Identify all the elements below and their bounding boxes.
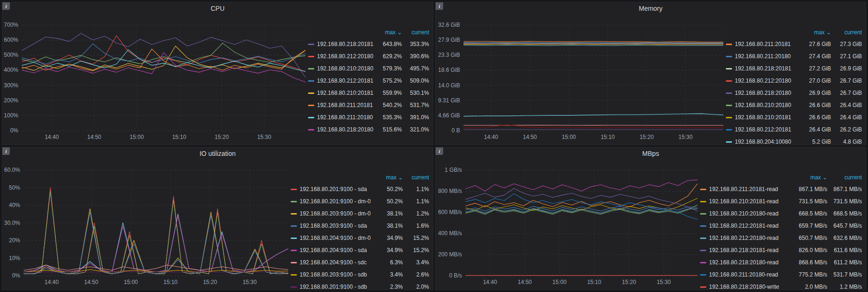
legend-row[interactable]: 192.168.80.218:2018127.2 GiB26.9 GiB <box>726 62 862 75</box>
panel-title[interactable]: IO utilization <box>2 147 433 160</box>
series-name[interactable]: 192.168.80.212:20181 <box>735 126 802 133</box>
legend-row[interactable]: 192.168.80.204:9100 - sdc6.3%3.4% <box>291 256 429 269</box>
legend-row[interactable]: 192.168.80.212:2018027.0 GiB26.7 GiB <box>726 75 862 87</box>
legend-row[interactable]: 192.168.80.218:20180-write2.0 MB/s1.2 MB… <box>700 281 862 290</box>
series-name[interactable]: 192.168.80.210:20181 <box>735 114 802 121</box>
series-name[interactable]: 192.168.80.218:20180 <box>317 126 377 133</box>
legend-row[interactable]: 192.168.80.210:20181559.9%530.1% <box>308 87 429 99</box>
legend-sort-current[interactable]: current <box>403 174 429 181</box>
series-name[interactable]: 192.168.80.218:20180-write <box>709 284 794 290</box>
legend-row[interactable]: 192.168.80.211:2018027.4 GiB27.1 GiB <box>726 50 862 62</box>
series-name[interactable]: 192.168.80.218:20181-read <box>709 247 794 254</box>
legend-row[interactable]: 192.168.80.218:20180-read868.6 MB/s611.2… <box>700 256 862 269</box>
legend-row[interactable]: 192.168.80.212:2018126.4 GiB26.2 GiB <box>726 123 862 136</box>
legend-sort-current[interactable]: current <box>827 174 862 181</box>
series-name[interactable]: 192.168.80.218:20181 <box>735 65 802 72</box>
series-name[interactable]: 192.168.80.210:20180 <box>735 102 802 108</box>
panel-title[interactable]: Memory <box>436 2 866 15</box>
series-name[interactable]: 192.168.80.204:9100 - dm-0 <box>300 235 378 241</box>
series-name[interactable]: 192.168.80.212:20180 <box>735 77 802 84</box>
series-name[interactable]: 192.168.80.212:20180-read <box>709 235 794 241</box>
series-name[interactable]: 192.168.80.203:9100 - dm-0 <box>300 210 378 217</box>
legend-sort-max[interactable]: max ⌄ <box>377 29 402 36</box>
time-series-chart[interactable]: 0 B/s200 MB/s400 MB/s600 MB/s800 MB/s1 G… <box>436 160 700 290</box>
series-current-value: 530.1% <box>402 90 429 96</box>
legend-row[interactable]: 192.168.80.203:9100 - sda38.1%1.6% <box>291 220 429 232</box>
legend-row[interactable]: 192.168.80.218:2018026.9 GiB26.7 GiB <box>726 87 862 99</box>
legend-row[interactable]: 192.168.80.212:20180629.2%390.6% <box>308 50 429 62</box>
legend-row[interactable]: 192.168.80.210:20181-read731.5 MB/s731.5… <box>700 195 862 207</box>
legend-row[interactable]: 192.168.80.211:20180535.3%391.0% <box>308 111 429 123</box>
legend-row[interactable]: 192.168.80.218:20181643.8%353.3% <box>308 38 429 50</box>
legend-sort-max[interactable]: max ⌄ <box>802 29 831 36</box>
panel-info-icon[interactable]: i <box>2 147 10 155</box>
series-name[interactable]: 192.168.80.203:9100 - sdb <box>300 271 378 278</box>
legend-row[interactable]: 192.168.80.201:9100 - dm-050.2%1.1% <box>291 195 429 207</box>
series-name[interactable]: 192.168.80.212:20180 <box>317 53 377 60</box>
legend-sort-current[interactable]: current <box>831 29 862 36</box>
legend-row[interactable]: 192.168.80.201:9100 - sdb2.3%2.0% <box>291 281 429 290</box>
series-name[interactable]: 192.168.80.211:20181-read <box>709 186 794 192</box>
series-name[interactable]: 192.168.80.211:20180 <box>317 114 377 121</box>
legend-row[interactable]: 192.168.80.204:9100 - dm-034.9%15.2% <box>291 232 429 244</box>
series-name[interactable]: 192.168.80.211:20181 <box>735 41 802 47</box>
y-axis-label: 800 MB/s <box>438 188 462 194</box>
panel-title[interactable]: MBps <box>436 147 866 160</box>
y-axis-label: 400 MB/s <box>438 230 462 237</box>
series-name[interactable]: 192.168.80.211:20180-read <box>709 271 794 278</box>
series-name[interactable]: 192.168.80.211:20181 <box>317 102 377 108</box>
legend-row[interactable]: 192.168.80.203:9100 - dm-038.1%1.2% <box>291 207 429 220</box>
panel-info-icon[interactable]: i <box>436 2 443 10</box>
time-series-chart[interactable]: 0%10%20%30.0%40%50%60.0%14:4014:5015:001… <box>2 160 291 290</box>
legend-sort-max[interactable]: max ⌄ <box>378 174 403 181</box>
panel-info-icon[interactable]: i <box>436 147 443 155</box>
legend-row[interactable]: 192.168.80.203:9100 - sdb3.4%2.6% <box>291 269 429 281</box>
legend-sort-max[interactable]: max ⌄ <box>794 174 827 181</box>
series-name[interactable]: 192.168.80.211:20180 <box>735 53 802 60</box>
legend-row[interactable]: 192.168.80.212:20180-read650.7 MB/s632.6… <box>700 232 862 244</box>
series-name[interactable]: 192.168.80.212:20181-read <box>709 223 794 229</box>
legend-row[interactable]: 192.168.80.201:9100 - sda50.2%1.1% <box>291 183 429 195</box>
legend-row[interactable]: 192.168.80.218:20180515.6%321.0% <box>308 123 429 136</box>
legend-row[interactable]: 192.168.80.210:2018126.6 GiB26.4 GiB <box>726 111 862 123</box>
series-name[interactable]: 192.168.80.204:9100 - sdc <box>300 259 378 266</box>
legend-row[interactable]: 192.168.80.218:20181-read826.0 MB/s611.6… <box>700 244 862 256</box>
legend-row[interactable]: 192.168.80.211:2018127.6 GiB27.3 GiB <box>726 38 862 50</box>
legend-row[interactable]: 192.168.80.210:20180-read668.5 MB/s668.5… <box>700 207 862 220</box>
series-name[interactable]: 192.168.80.201:9100 - sda <box>300 186 378 192</box>
chart-canvas[interactable]: 0 B4.66 GiB9.31 GiB14.0 GiB18.6 GiB23.3 … <box>436 15 726 145</box>
chart-canvas[interactable]: 0%10%20%30.0%40%50%60.0%14:4014:5015:001… <box>2 160 291 290</box>
legend-row[interactable]: 192.168.80.210:2018026.6 GiB26.4 GiB <box>726 99 862 111</box>
legend-row[interactable]: 192.168.80.210:20180579.3%495.7% <box>308 62 429 75</box>
series-name[interactable]: 192.168.80.204:10080 <box>735 138 802 145</box>
series-name[interactable]: 192.168.80.210:20180-read <box>709 210 794 217</box>
time-series-chart[interactable]: 0 B4.66 GiB9.31 GiB14.0 GiB18.6 GiB23.3 … <box>436 15 726 145</box>
legend-row[interactable]: 192.168.80.212:20181575.2%509.0% <box>308 75 429 87</box>
legend-row[interactable]: 192.168.80.211:20180-read775.2 MB/s531.7… <box>700 269 862 281</box>
series-name[interactable]: 192.168.80.218:20181 <box>317 41 377 47</box>
legend-row[interactable]: 192.168.80.211:20181-read867.1 MB/s867.1… <box>700 183 862 195</box>
series-name[interactable]: 192.168.80.201:9100 - sdb <box>300 284 378 290</box>
series-current-value: 1.2 MB/s <box>827 284 862 290</box>
series-name[interactable]: 192.168.80.210:20180 <box>317 65 377 72</box>
chart-canvas[interactable]: 0%100%200%300%400%500%600%700%14:4014:50… <box>2 15 308 145</box>
legend-row[interactable]: 192.168.80.204:100805.2 GiB4.8 GiB <box>726 136 862 145</box>
panel-info-icon[interactable]: i <box>2 2 10 10</box>
time-series-chart[interactable]: 0%100%200%300%400%500%600%700%14:4014:50… <box>2 15 308 145</box>
series-name[interactable]: 192.168.80.210:20181-read <box>709 198 794 205</box>
legend-row[interactable]: 192.168.80.211:20181540.2%531.7% <box>308 99 429 111</box>
series-color-swatch <box>726 68 732 69</box>
chart-canvas[interactable]: 0 B/s200 MB/s400 MB/s600 MB/s800 MB/s1 G… <box>436 160 700 290</box>
series-color-swatch <box>726 105 732 106</box>
series-name[interactable]: 192.168.80.204:9100 - sda <box>300 247 378 254</box>
series-name[interactable]: 192.168.80.203:9100 - sda <box>300 223 378 229</box>
series-name[interactable]: 192.168.80.218:20180-read <box>709 259 794 266</box>
legend-sort-current[interactable]: current <box>402 29 429 36</box>
series-name[interactable]: 192.168.80.201:9100 - dm-0 <box>300 198 378 205</box>
series-name[interactable]: 192.168.80.218:20180 <box>735 90 802 96</box>
series-name[interactable]: 192.168.80.212:20181 <box>317 77 377 84</box>
panel-title[interactable]: CPU <box>2 2 433 15</box>
series-name[interactable]: 192.168.80.210:20181 <box>317 90 377 96</box>
legend-row[interactable]: 192.168.80.212:20181-read659.7 MB/s645.7… <box>700 220 862 232</box>
legend-row[interactable]: 192.168.80.204:9100 - sda34.9%15.2% <box>291 244 429 256</box>
